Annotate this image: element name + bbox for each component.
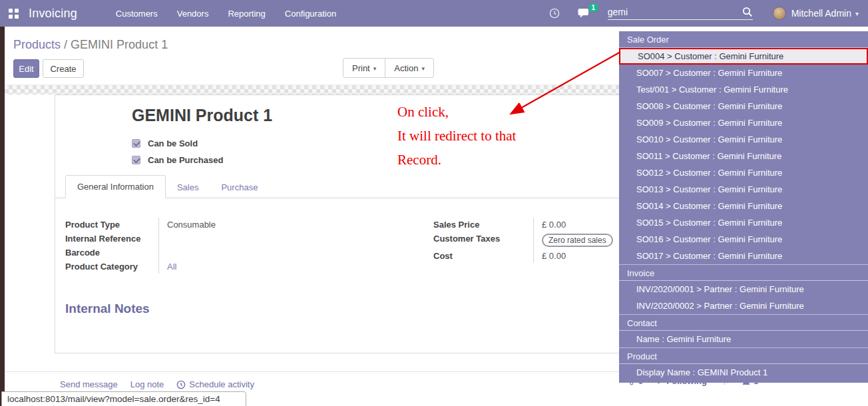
search-icon[interactable] bbox=[742, 7, 753, 17]
caret-down-icon: ▾ bbox=[421, 65, 425, 72]
field-label-cost: Cost bbox=[433, 249, 533, 263]
field-label-barcode: Barcode bbox=[65, 246, 158, 260]
status-url-tooltip: localhost:8013/mail/view?model=sale.orde… bbox=[1, 391, 246, 406]
breadcrumb-products-link[interactable]: Products bbox=[13, 38, 61, 51]
create-button[interactable]: Create bbox=[43, 59, 84, 78]
search-result-item[interactable]: INV/2020/0001 > Partner : Gemini Furnitu… bbox=[619, 281, 868, 298]
tax-badge[interactable]: Zero rated sales bbox=[542, 234, 613, 247]
tab-sales[interactable]: Sales bbox=[166, 176, 210, 198]
search-result-item[interactable]: SO008 > Customer : Gemini Furniture bbox=[619, 98, 868, 114]
search-input[interactable] bbox=[608, 7, 742, 17]
breadcrumb: Products / GEMINI Product 1 bbox=[13, 38, 168, 52]
checkbox-label: Can be Sold bbox=[148, 138, 198, 148]
search-result-item[interactable]: Test/001 > Customer : Gemini Furniture bbox=[619, 81, 868, 98]
product-title: GEMINI Product 1 bbox=[132, 106, 272, 125]
product-flag-row: Can be Purchased bbox=[132, 152, 223, 168]
schedule-clock-icon bbox=[176, 380, 186, 389]
product-flags: Can be SoldCan be Purchased bbox=[132, 135, 223, 168]
search-section-invoice: InvoiceINV/2020/0001 > Partner : Gemini … bbox=[619, 264, 868, 314]
search-result-item[interactable]: SO015 > Customer : Gemini Furniture bbox=[619, 214, 868, 231]
field-value-product-type: Consumable bbox=[158, 218, 358, 232]
search-result-item[interactable]: SO017 > Customer : Gemini Furniture bbox=[619, 248, 868, 264]
tab-general-information[interactable]: General Information bbox=[65, 175, 166, 198]
field-value-product-category[interactable]: All bbox=[158, 260, 358, 274]
navbar-right: 1 Mitchell Admin ▾ bbox=[548, 7, 859, 20]
breadcrumb-current: GEMINI Product 1 bbox=[71, 38, 168, 51]
search-section-product: ProductDisplay Name : GEMINI Product 1 bbox=[619, 347, 868, 381]
search-section-contact: ContactName : Gemini Furniture bbox=[619, 314, 868, 347]
field-value-internal-reference bbox=[158, 232, 358, 246]
print-button[interactable]: Print▾ bbox=[343, 58, 385, 78]
search-result-item[interactable]: SO012 > Customer : Gemini Furniture bbox=[619, 164, 868, 181]
search-result-item[interactable]: INV/2020/0002 > Partner : Gemini Furnitu… bbox=[619, 298, 868, 314]
tab-purchase[interactable]: Purchase bbox=[210, 176, 269, 198]
field-label-product-type: Product Type bbox=[65, 218, 158, 232]
checkbox-label: Can be Purchased bbox=[148, 155, 223, 165]
nav-menu-reporting[interactable]: Reporting bbox=[228, 9, 265, 19]
print-action-group: Print▾ Action▾ bbox=[343, 58, 434, 78]
nav-menu-customers[interactable]: Customers bbox=[116, 9, 158, 19]
global-search-dropdown: Sale OrderSO004 > Customer : Gemini Furn… bbox=[619, 31, 868, 383]
field-label-sales-price: Sales Price bbox=[433, 218, 533, 232]
search-section-header: Product bbox=[619, 347, 868, 364]
nav-menu-configuration[interactable]: Configuration bbox=[285, 9, 336, 19]
user-avatar[interactable] bbox=[773, 7, 786, 20]
annotation-note: On click, It will redirect to that Recor… bbox=[397, 100, 516, 172]
app-title[interactable]: Invoicing bbox=[29, 7, 77, 21]
search-result-item[interactable]: Name : Gemini Furniture bbox=[619, 331, 868, 347]
global-search-box bbox=[608, 7, 753, 20]
field-group-left: Product TypeConsumableInternal Reference… bbox=[65, 218, 358, 274]
search-result-item[interactable]: Display Name : GEMINI Product 1 bbox=[619, 364, 868, 381]
window-edge-strip bbox=[0, 27, 5, 406]
log-note-link[interactable]: Log note bbox=[130, 379, 164, 389]
search-section-header: Invoice bbox=[619, 264, 868, 281]
search-result-item[interactable]: SO009 > Customer : Gemini Furniture bbox=[619, 114, 868, 131]
checkbox-icon[interactable] bbox=[132, 156, 140, 164]
internal-notes-heading: Internal Notes bbox=[65, 302, 150, 316]
nav-menu-vendors[interactable]: Vendors bbox=[177, 9, 209, 19]
edit-button[interactable]: Edit bbox=[13, 59, 39, 78]
product-flag-row: Can be Sold bbox=[132, 135, 223, 152]
search-section-header: Sale Order bbox=[619, 31, 868, 48]
user-menu[interactable]: Mitchell Admin bbox=[791, 8, 851, 19]
user-caret-icon: ▾ bbox=[855, 10, 859, 17]
checkbox-icon[interactable] bbox=[132, 139, 140, 148]
send-message-link[interactable]: Send message bbox=[60, 379, 118, 389]
message-count-badge: 1 bbox=[588, 3, 598, 12]
activity-clock-icon[interactable] bbox=[548, 7, 560, 19]
apps-grid-icon[interactable] bbox=[9, 9, 19, 19]
caret-down-icon: ▾ bbox=[373, 65, 377, 72]
breadcrumb-separator: / bbox=[64, 38, 67, 51]
field-label-product-category: Product Category bbox=[65, 260, 158, 274]
action-button[interactable]: Action▾ bbox=[385, 58, 434, 78]
field-value-barcode bbox=[158, 246, 358, 260]
field-label-internal-reference: Internal Reference bbox=[65, 232, 158, 246]
search-result-item[interactable]: SO011 > Customer : Gemini Furniture bbox=[619, 148, 868, 164]
navbar-menus: CustomersVendorsReportingConfiguration bbox=[116, 9, 336, 19]
top-navbar: Invoicing CustomersVendorsReportingConfi… bbox=[0, 0, 868, 27]
search-result-item[interactable]: SO013 > Customer : Gemini Furniture bbox=[619, 181, 868, 198]
search-result-item[interactable]: SO014 > Customer : Gemini Furniture bbox=[619, 198, 868, 214]
search-section-header: Contact bbox=[619, 314, 868, 331]
search-result-item[interactable]: SO010 > Customer : Gemini Furniture bbox=[619, 131, 868, 148]
search-result-item[interactable]: SO004 > Customer : Gemini Furniture bbox=[619, 48, 868, 65]
search-section-sale-order: Sale OrderSO004 > Customer : Gemini Furn… bbox=[619, 31, 868, 264]
schedule-activity-link[interactable]: Schedule activity bbox=[176, 379, 254, 389]
search-result-item[interactable]: SO016 > Customer : Gemini Furniture bbox=[619, 231, 868, 248]
search-result-item[interactable]: SO007 > Customer : Gemini Furniture bbox=[619, 65, 868, 81]
field-label-customer-taxes: Customer Taxes bbox=[433, 232, 533, 249]
chatter-toolbar: Send message Log note Schedule activity bbox=[60, 379, 254, 389]
messages-bubble-icon[interactable]: 1 bbox=[578, 8, 590, 19]
